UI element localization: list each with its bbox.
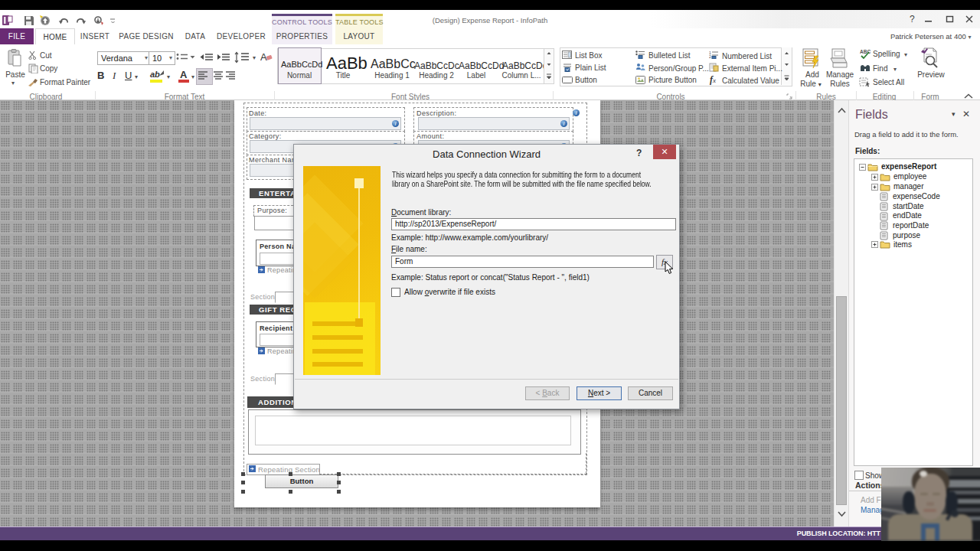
- svg-text:?: ?: [910, 14, 915, 24]
- svg-text:A: A: [260, 51, 267, 63]
- svg-text:2: 2: [709, 54, 711, 59]
- svg-text:ABC: ABC: [860, 49, 871, 54]
